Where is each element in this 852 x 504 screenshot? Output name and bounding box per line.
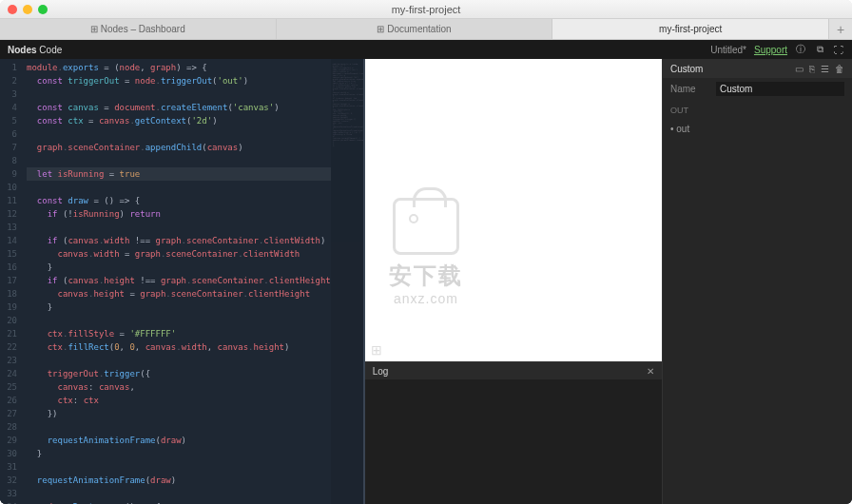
inspector-panel: Custom ▭ ⎘ ☰ 🗑 Name OUT • out — [662, 59, 852, 504]
toolbar: Nodes Code Untitled* Support ⓘ ⧉ ⛶ — [0, 40, 852, 59]
main-area: 1234567891011121314151617181920212223242… — [0, 59, 852, 504]
log-header: Log ✕ — [365, 362, 662, 379]
name-row: Name — [663, 78, 852, 100]
add-tab-button[interactable]: + — [829, 19, 852, 39]
preview-column: ⊞ Log ✕ — [365, 59, 662, 504]
name-label: Name — [670, 84, 716, 94]
inspector-title: Custom — [670, 64, 703, 74]
maximize-icon[interactable] — [38, 5, 48, 14]
panel-icon-3[interactable]: ☰ — [821, 64, 829, 74]
titlebar: my-first-project — [0, 0, 852, 19]
untitled-label: Untitled* — [710, 45, 746, 55]
out-section-label: OUT — [663, 100, 852, 121]
mode-code[interactable]: Code — [39, 45, 62, 55]
window-title: my-first-project — [392, 4, 461, 15]
close-icon[interactable] — [8, 5, 17, 14]
panel-icon-2[interactable]: ⎘ — [809, 64, 815, 74]
minimap[interactable]: module.exports = (node, graph) => { cons… — [331, 59, 363, 504]
line-gutter: 1234567891011121314151617181920212223242… — [0, 59, 21, 504]
out-item[interactable]: • out — [663, 121, 852, 137]
info-icon[interactable]: ⓘ — [795, 44, 806, 55]
log-title: Log — [373, 366, 389, 377]
preview-canvas: ⊞ — [365, 59, 662, 361]
support-link[interactable]: Support — [754, 45, 787, 55]
preview-logo-icon: ⊞ — [371, 342, 382, 358]
name-input[interactable] — [716, 82, 844, 96]
close-log-icon[interactable]: ✕ — [647, 366, 654, 377]
fullscreen-icon[interactable]: ⛶ — [833, 44, 844, 55]
minimize-icon[interactable] — [23, 5, 32, 14]
traffic-lights — [8, 5, 48, 14]
mode-switcher[interactable]: Nodes Code — [8, 45, 62, 55]
trash-icon[interactable]: 🗑 — [835, 64, 844, 74]
copy-icon[interactable]: ⧉ — [814, 44, 825, 55]
editor-column: 1234567891011121314151617181920212223242… — [0, 59, 365, 504]
code-editor[interactable]: 1234567891011121314151617181920212223242… — [0, 59, 363, 504]
panel-icon-1[interactable]: ▭ — [795, 64, 804, 74]
tab-documentation[interactable]: ⊞ Documentation — [277, 19, 553, 39]
inspector-header: Custom ▭ ⎘ ☰ 🗑 — [663, 59, 852, 78]
log-panel: Log ✕ — [365, 361, 662, 504]
mode-nodes[interactable]: Nodes — [8, 45, 37, 55]
code-content[interactable]: module.exports = (node, graph) => { cons… — [21, 59, 331, 504]
tabbar: ⊞ Nodes – Dashboard ⊞ Documentation my-f… — [0, 19, 852, 40]
tab-nodes-dashboard[interactable]: ⊞ Nodes – Dashboard — [0, 19, 277, 39]
tab-project[interactable]: my-first-project — [552, 19, 829, 39]
